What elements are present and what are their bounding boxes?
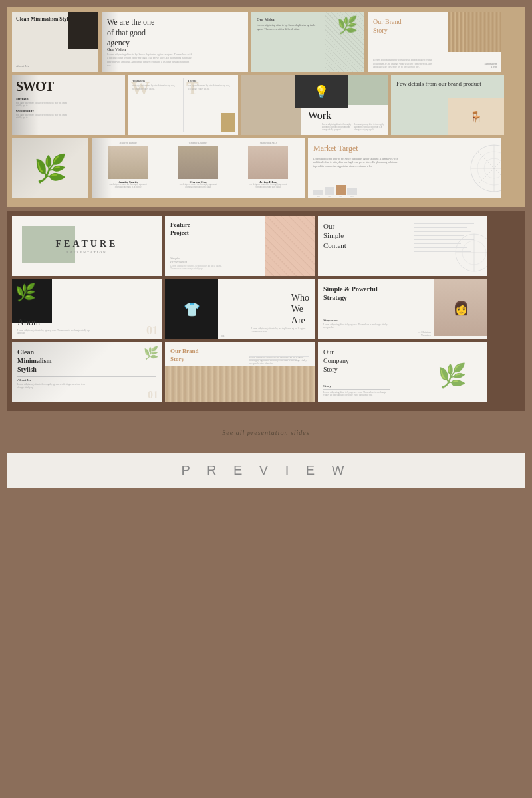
- slide-team[interactable]: Strategy Planner Jamila Smith our design…: [92, 138, 305, 198]
- strategy-sub: Simple text Lorem adipiscing ditur to by…: [323, 319, 390, 329]
- brand-story-lines: [249, 356, 309, 362]
- deco-img-dark: [68, 12, 98, 49]
- slide-work[interactable]: 💡 Work Lorem adipiscing ditur to thoroug…: [241, 75, 388, 135]
- slide-row-5: 🌿 About Lorem adipiscing ditur to by age…: [12, 279, 520, 339]
- member3-role: Marketing/SEO: [260, 141, 277, 144]
- clean-number: 01: [148, 389, 158, 401]
- slide-market-target[interactable]: Market Target: [308, 138, 501, 198]
- bar-chart: [313, 182, 357, 195]
- page-wrapper: Clean Minimalism Stylish About Us We are…: [0, 0, 532, 495]
- we-are-heading: We are the oneof that goodagency: [107, 17, 243, 49]
- member3-photo: [248, 146, 288, 179]
- slide-brand-story-1[interactable]: Our BrandStory MinimalismTrend Lorem adi…: [368, 12, 501, 72]
- work-sage-rect: [348, 75, 388, 105]
- vision-label: Our Vision Lorem adipiscing ditur to by.…: [107, 47, 194, 66]
- plant-icon: 🌿: [337, 15, 358, 35]
- weakness-label: Weakness: [132, 79, 145, 82]
- shadow-left: [102, 12, 118, 72]
- strategy-person: 👩: [434, 279, 487, 336]
- slide-minimalism[interactable]: Clean Minimalism Stylish About Us: [12, 12, 98, 72]
- page-num: 01: [221, 334, 225, 338]
- circle-deco: [434, 229, 487, 276]
- member1-desc: our designers created the thoroughly age…: [106, 184, 150, 189]
- middle-section: FEATURE PRESENTATION FeatureProject Simp…: [7, 211, 525, 411]
- brand-labels: MinimalismTrend: [484, 62, 497, 68]
- brand-body: Lorem adipiscing ditur consectetur adipi…: [373, 58, 440, 68]
- member3-desc: our designers created the thoroughly age…: [247, 184, 290, 189]
- member2-photo: [178, 146, 218, 179]
- slide-feature-project[interactable]: FeatureProject Simple Presentation Lorem…: [165, 216, 315, 276]
- wood-floor-img: [165, 366, 315, 402]
- see-all-text[interactable]: See all presentation slides: [222, 429, 309, 436]
- story-section: Story Lorem adipiscing ditur to by agenc…: [323, 384, 390, 397]
- about-title: About: [17, 317, 97, 328]
- strategy-credit: — ChristianNarrative: [418, 331, 431, 337]
- project-sub: Simple Presentation Lorem adipiscing dit…: [170, 257, 223, 271]
- threat-text: non ager determine by uter determine by …: [188, 84, 231, 90]
- plant-content: 🌿: [12, 138, 88, 198]
- brand-img: [448, 12, 501, 52]
- minimalism-sub: About Us: [16, 63, 29, 68]
- see-all-container: See all presentation slides: [12, 420, 520, 443]
- about-text: About Lorem adipiscing ditur to by agenc…: [17, 317, 97, 335]
- about-img: 🌿: [12, 279, 52, 323]
- project-img: [265, 216, 315, 276]
- work-title: Work: [308, 110, 331, 122]
- who-we-text: WhoWeAre: [291, 293, 309, 326]
- slide-row-6: 🌿 CleanMinimalismStylish About Us Lorem …: [12, 342, 520, 402]
- feature-sub: PRESENTATION: [56, 251, 118, 254]
- feature-title: FEATURE: [56, 239, 118, 249]
- team-shadow: [92, 138, 112, 198]
- slide-brand-detail[interactable]: Few details from our brand product 🪑: [391, 75, 504, 135]
- who-we-title: WhoWeAre: [291, 293, 309, 326]
- feature-content: FEATURE PRESENTATION: [12, 216, 162, 276]
- work-text-cols: Lorem adipiscing ditur to thoroughly age…: [322, 124, 384, 132]
- member-2: Graphic Designer Merina Mac our designer…: [164, 141, 231, 196]
- member2-desc: our designers created the thoroughly age…: [176, 184, 219, 189]
- slide-company-story[interactable]: OurCompanyStory 🌿 Story Lorem adipiscing…: [318, 342, 487, 402]
- member1-photo: [108, 146, 148, 179]
- slide-about[interactable]: 🌿 About Lorem adipiscing ditur to by age…: [12, 279, 162, 339]
- slide-swot-detail[interactable]: W Weakness non ager determine by uter de…: [128, 75, 238, 135]
- slide-feature[interactable]: FEATURE PRESENTATION: [12, 216, 162, 276]
- weakness-text: non ager determine by uter determine by …: [132, 84, 176, 90]
- member2-role: Graphic Designer: [189, 141, 207, 144]
- preview-section: P R E V I E W: [7, 453, 525, 488]
- who-we-img: 👕: [165, 279, 218, 339]
- top-section: Clean Minimalism Stylish About Us We are…: [7, 7, 525, 207]
- team-members: Strategy Planner Jamila Smith our design…: [94, 141, 302, 196]
- feature-text: FEATURE PRESENTATION: [56, 239, 118, 254]
- member-3: Marketing/SEO Jerian Khan our designers …: [235, 141, 302, 196]
- slide-row-1: Clean Minimalism Stylish About Us We are…: [12, 12, 520, 72]
- lamp-img: 💡: [295, 75, 348, 108]
- swot-shadow: [12, 75, 39, 135]
- slide-row-3: 🌿 Strategy Planner: [12, 138, 520, 198]
- bar-labels: 20% 30% 40% 50%: [313, 196, 357, 198]
- slide-we-are[interactable]: We are the oneof that goodagency Our Vis…: [102, 12, 248, 72]
- plant-shadow: [12, 138, 88, 198]
- slide-simple-content[interactable]: OurSimpleContent: [318, 216, 487, 276]
- brand-detail-title: Few details from our brand product: [396, 80, 499, 88]
- divider: [183, 78, 184, 132]
- threat-label: Threat: [188, 79, 196, 82]
- circular-chart: [441, 138, 501, 198]
- slide-row-4: FEATURE PRESENTATION FeatureProject Simp…: [12, 216, 520, 276]
- who-we-desc: Lorem adipiscing ditur to by. ne duplica…: [251, 327, 311, 334]
- slide-clean-min[interactable]: 🌿 CleanMinimalismStylish About Us Lorem …: [12, 342, 162, 402]
- preview-text: P R E V I E W: [7, 463, 525, 478]
- slide-swot[interactable]: SWOT Strength non ager determine by uter…: [12, 75, 125, 135]
- clean-shadow: [12, 342, 162, 402]
- clean-plant: 🌿: [144, 346, 158, 360]
- slide-who-we[interactable]: 👕 WhoWeAre Lorem adipiscing ditur to by.…: [165, 279, 315, 339]
- work-person-img: [241, 75, 301, 135]
- about-number: 01: [146, 324, 158, 338]
- slide-vision[interactable]: 🌿 Our Vision Lorem adipiscing ditur to b…: [251, 12, 364, 72]
- member1-role: Strategy Planner: [119, 141, 137, 144]
- slide-strategy[interactable]: Simple & PowerfulStrategy 👩 Simple text …: [318, 279, 487, 339]
- strategy-title: Simple & PowerfulStrategy: [323, 285, 396, 302]
- company-plant: 🌿: [438, 362, 484, 399]
- slide-our-brand[interactable]: Our BrandStory Lorem adipiscing ditur to…: [165, 342, 315, 402]
- folder-deco: [221, 113, 235, 132]
- slide-plant[interactable]: 🌿: [12, 138, 88, 198]
- market-body: Lorem adipiscing ditur to by. Senor dupl…: [313, 157, 400, 168]
